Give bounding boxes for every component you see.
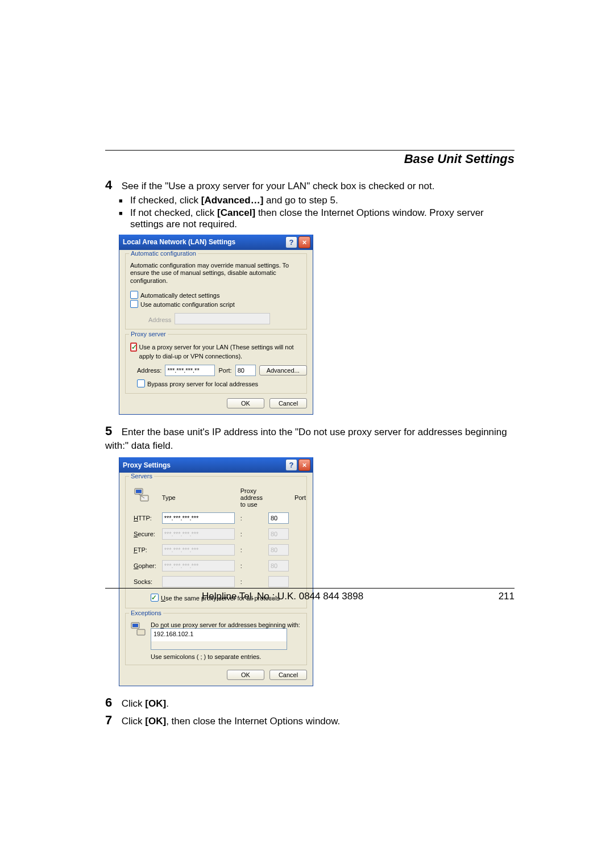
bullet: If not checked, click [Cancel] then clos…	[119, 207, 515, 230]
checkbox-use-proxy[interactable]	[130, 343, 137, 352]
help-icon[interactable]: ?	[285, 459, 297, 471]
step-6: 6 Click [OK].	[105, 694, 515, 711]
page-footer: Helpline Tel. No.: U.K. 0844 844 3898 21…	[105, 583, 515, 602]
servers-icon	[134, 487, 150, 504]
exceptions-textarea[interactable]: 192.168.102.1	[151, 628, 287, 650]
auto-script-address-input	[175, 313, 270, 324]
group-legend: Servers	[129, 473, 154, 479]
step-number: 7	[105, 712, 119, 729]
step-4: 4 See if the "Use a proxy server for you…	[105, 177, 515, 194]
server-row-gopher: Gopher::	[131, 558, 308, 573]
titlebar: Proxy Settings ? ×	[119, 457, 313, 473]
step-number: 4	[105, 177, 119, 194]
secure-address-input	[162, 528, 235, 540]
proxy-group: Proxy server Use a proxy server for your…	[125, 334, 307, 394]
cancel-button[interactable]: Cancel	[269, 398, 307, 408]
help-icon[interactable]: ?	[285, 236, 297, 248]
checkbox-auto-detect[interactable]	[130, 291, 138, 299]
ok-button[interactable]: OK	[227, 398, 264, 408]
step-5: 5 Enter the base unit's IP address into …	[105, 423, 515, 453]
checkbox-label: Bypass proxy server for local addresses	[147, 379, 258, 389]
col-addr: Proxy address to use	[238, 486, 265, 510]
step-number: 5	[105, 423, 119, 440]
col-type: Type	[160, 486, 237, 510]
checkbox-bypass-local[interactable]	[137, 379, 145, 387]
svg-rect-1	[136, 490, 142, 493]
group-legend: Proxy server	[129, 331, 168, 337]
field-label: Address:	[137, 367, 161, 374]
auto-config-group: Automatic configuration Automatic config…	[125, 253, 307, 329]
page-title: Base Unit Settings	[105, 152, 515, 166]
exceptions-hint: Use semicolons ( ; ) to separate entries…	[151, 653, 302, 660]
step-number: 6	[105, 694, 119, 711]
http-address-input[interactable]	[162, 512, 235, 524]
auto-config-hint: Automatic configuration may override man…	[130, 262, 302, 285]
proxy-port-input[interactable]	[235, 365, 256, 376]
close-icon[interactable]: ×	[298, 236, 310, 248]
dialog-title: Local Area Network (LAN) Settings	[123, 238, 235, 246]
step-7: 7 Click [OK], then close the Internet Op…	[105, 712, 515, 729]
gopher-port-input	[268, 560, 289, 571]
server-row-ftp: FTP::	[131, 542, 308, 557]
titlebar: Local Area Network (LAN) Settings ? ×	[119, 235, 313, 250]
proxy-settings-dialog: Proxy Settings ? × Servers	[119, 457, 313, 686]
checkbox-label: Use automatic configuration script	[140, 300, 235, 310]
close-icon[interactable]: ×	[298, 459, 310, 471]
cancel-button[interactable]: Cancel	[269, 670, 307, 680]
svg-rect-6	[132, 624, 138, 627]
footer-page-number: 211	[499, 591, 515, 602]
proxy-address-input[interactable]	[165, 365, 215, 376]
bullet: If checked, click [Advanced…] and go to …	[119, 195, 515, 206]
exceptions-group: Exceptions Do not use proxy server for a…	[125, 613, 307, 665]
secure-port-input	[268, 528, 289, 540]
col-port: Port	[292, 486, 308, 510]
ftp-port-input	[268, 544, 289, 556]
ok-button[interactable]: OK	[227, 670, 264, 680]
footer-helpline: Helpline Tel. No.: U.K. 0844 844 3898	[202, 591, 363, 602]
checkbox-auto-script[interactable]	[130, 300, 138, 308]
exceptions-label: Do not use proxy server for addresses be…	[151, 621, 302, 628]
address-label: Address	[137, 316, 171, 323]
lan-settings-dialog: Local Area Network (LAN) Settings ? × Au…	[119, 235, 313, 415]
exceptions-icon	[130, 621, 146, 639]
step-5-text: Enter the base unit's IP address into th…	[105, 427, 507, 451]
ftp-address-input	[162, 544, 235, 556]
group-legend: Exceptions	[129, 610, 163, 616]
advanced-button[interactable]: Advanced...	[259, 365, 307, 375]
server-row-http: HTTP::	[131, 511, 308, 525]
checkbox-label: Use a proxy server for your LAN (These s…	[139, 343, 302, 361]
dialog-title: Proxy Settings	[123, 461, 171, 469]
checkbox-label: Automatically detect settings	[140, 291, 219, 301]
http-port-input[interactable]	[268, 512, 289, 524]
server-row-secure: Secure::	[131, 527, 308, 541]
field-label: Port:	[218, 367, 231, 374]
step-4-text: See if the "Use a proxy server for your …	[122, 181, 435, 191]
gopher-address-input	[162, 560, 235, 571]
group-legend: Automatic configuration	[129, 250, 198, 257]
svg-rect-7	[137, 629, 145, 635]
